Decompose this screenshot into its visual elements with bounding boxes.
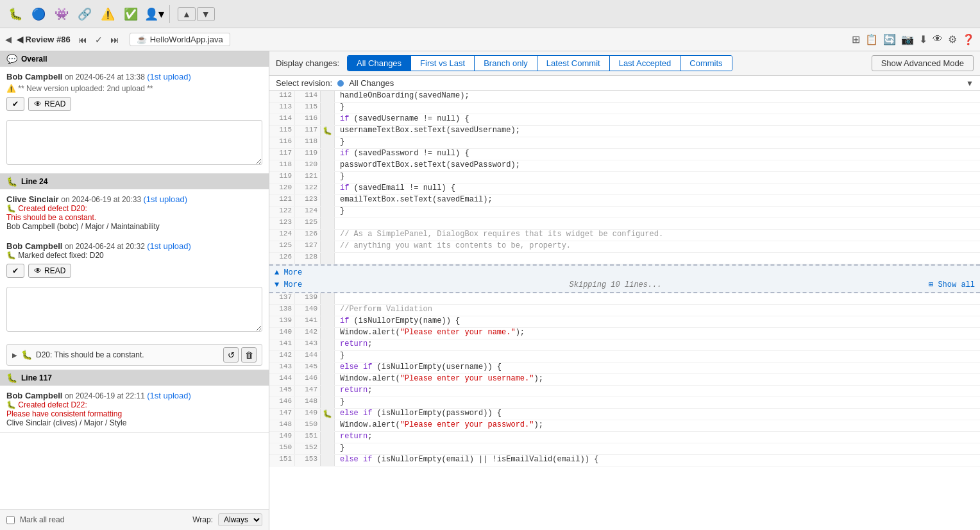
header-action-icons: ⊞ 📋 🔄 📷 ⬇ 👁 ⚙ ❓	[852, 33, 975, 46]
line-num-new: 150	[295, 420, 321, 431]
defect-item-delete-btn[interactable]: 🗑	[241, 347, 257, 363]
link-icon[interactable]: 🔗	[74, 4, 95, 24]
revision-label: Select revision:	[276, 78, 332, 88]
tab-last-accepted[interactable]: Last Accepted	[610, 56, 681, 71]
camera-icon[interactable]: 📷	[901, 33, 914, 46]
code-row-115-117: 115 117 🐛 usernameTextBox.setText(savedU…	[269, 126, 980, 137]
line-num-old: 118	[269, 160, 295, 171]
line-num-old: 143	[269, 363, 295, 373]
skip-up-button[interactable]: ▲ More	[275, 268, 302, 277]
overall-text-area[interactable]	[6, 120, 262, 165]
warning-icon[interactable]: ⚠️	[97, 4, 118, 24]
check-icon[interactable]: ✅	[121, 4, 141, 24]
line24-upload-link2[interactable]: (1st upload)	[147, 241, 191, 251]
line24-timestamp1: on 2024-06-19 at 20:33	[61, 195, 143, 204]
defect-item-chevron: ▶	[12, 352, 17, 359]
mark-all-read-label[interactable]: Mark all read	[20, 515, 64, 524]
line-num-old: 115	[269, 126, 295, 137]
gutter	[321, 137, 335, 148]
settings-icon[interactable]: ⚙	[948, 33, 957, 46]
sidebar-line24-section: 🐛 Line 24 Clive Sinclair on 2024-06-19 a…	[0, 174, 269, 370]
skip-up-row: ▲ More	[269, 267, 980, 278]
overall-user-line: Bob Campbell on 2024-06-24 at 13:38 (1st…	[6, 72, 262, 81]
skip-down-button[interactable]: ▼ More	[275, 280, 302, 289]
overall-read-btn[interactable]: 👁 READ	[28, 97, 71, 111]
help-icon[interactable]: ❓	[962, 33, 975, 46]
line24-checkmark-btn[interactable]: ✔	[6, 264, 24, 278]
nav-down-button[interactable]: ▼	[197, 7, 215, 21]
circle-icon[interactable]: 🔵	[28, 4, 49, 24]
line-code: }	[335, 351, 980, 362]
code-row-145-147: 145 147 return;	[269, 386, 980, 397]
tab-commits[interactable]: Commits	[680, 56, 731, 71]
comment-icon-149[interactable]: 🐛	[323, 409, 332, 419]
tab-latest-commit[interactable]: Latest Commit	[537, 56, 610, 71]
line-num-new: 116	[295, 114, 321, 125]
line24-text-area[interactable]	[6, 287, 262, 332]
split-view-icon[interactable]: ⊞	[852, 33, 860, 46]
line-num-new: 146	[295, 374, 321, 385]
separator	[169, 5, 170, 23]
wrap-select[interactable]: Always Never Auto	[218, 513, 262, 526]
gutter[interactable]: 🐛	[321, 409, 335, 420]
line-code: //Perform Validation	[335, 305, 980, 316]
sidebar-overall-section: 💬 Overall Bob Campbell on 2024-06-24 at …	[0, 51, 269, 174]
display-changes-bar: Display changes: All Changes First vs La…	[269, 51, 980, 76]
nav-up-button[interactable]: ▲	[178, 7, 196, 21]
show-advanced-button[interactable]: Show Advanced Mode	[872, 55, 974, 71]
defect-bug-icon2: 🐛	[6, 400, 16, 409]
select-revision-bar: Select revision: All Changes ▼	[269, 76, 980, 91]
review-title[interactable]: ◀ Review #86	[17, 35, 71, 44]
overall-checkmark-btn[interactable]: ✔	[6, 97, 24, 111]
line-code: // anything you want its contents to be,…	[335, 241, 980, 252]
line117-upload-link1[interactable]: (1st upload)	[147, 391, 191, 400]
line-num-old: 124	[269, 230, 295, 241]
robot-icon[interactable]: 👾	[51, 4, 72, 24]
gutter[interactable]: 🐛	[321, 126, 335, 137]
line-num-old: 114	[269, 114, 295, 125]
skip-section: ▲ More ▼ More Skipping 10 lines... ⊞ Sho…	[269, 264, 980, 293]
line24-read-btn[interactable]: 👁 READ	[28, 264, 71, 278]
line-num-new: 117	[295, 126, 321, 137]
line-code: Window.alert("Please enter your name.");	[335, 328, 980, 339]
layout-icon[interactable]: 📋	[865, 33, 878, 46]
line117-user1: Bob Campbell	[6, 391, 62, 400]
line24-upload-link1[interactable]: (1st upload)	[143, 194, 187, 204]
defect-item-refresh-btn[interactable]: ↺	[223, 347, 239, 363]
tab-all-changes[interactable]: All Changes	[348, 56, 411, 71]
file-tab[interactable]: ☕ HelloWorldApp.java	[130, 33, 230, 46]
eye-small-icon2: 👁	[34, 266, 42, 275]
bug-icon[interactable]: 🐛	[5, 4, 26, 24]
revision-select-value[interactable]: All Changes	[337, 78, 961, 88]
gutter	[321, 305, 335, 316]
user-icon[interactable]: 👤▾	[144, 4, 164, 24]
line-code	[335, 218, 980, 229]
comment-icon-117[interactable]: 🐛	[323, 126, 332, 136]
overall-comment: Bob Campbell on 2024-06-24 at 13:38 (1st…	[0, 67, 269, 116]
revision-dropdown-arrow[interactable]: ▼	[966, 79, 974, 88]
overall-upload-link[interactable]: (1st upload)	[147, 72, 191, 81]
review-nav-first[interactable]: ⏮	[76, 33, 90, 46]
review-nav-check[interactable]: ✓	[92, 33, 105, 46]
defect-item-d20-header[interactable]: ▶ 🐛 D20: This should be a constant. ↺ 🗑	[7, 345, 262, 365]
show-all-button[interactable]: ⊞ Show all	[929, 280, 975, 289]
review-nav-last[interactable]: ⏭	[108, 33, 122, 46]
eye-icon[interactable]: 👁	[933, 33, 943, 46]
code-row-147-149: 147 149 🐛 else if (isNullorEmpty(passwor…	[269, 409, 980, 420]
line24-user2-line: Bob Campbell on 2024-06-24 at 20:32 (1st…	[6, 241, 262, 251]
tab-branch-only[interactable]: Branch only	[475, 56, 537, 71]
line-num-old: 149	[269, 432, 295, 443]
wrap-label: Wrap:	[192, 515, 213, 524]
line-code: usernameTextBox.setText(savedUsername);	[335, 126, 980, 137]
review-header: ◀ ◀ Review #86 ⏮ ✓ ⏭ ☕ HelloWorldApp.jav…	[0, 28, 980, 51]
sync-icon[interactable]: 🔄	[883, 33, 896, 46]
mark-all-read-checkbox[interactable]	[6, 516, 15, 524]
back-button[interactable]: ◀	[5, 35, 12, 44]
defect-item-bug-icon: 🐛	[21, 350, 32, 360]
line-code: }	[335, 443, 980, 454]
line-num-old: 148	[269, 420, 295, 431]
download-icon[interactable]: ⬇	[919, 33, 927, 46]
gutter	[321, 293, 335, 304]
file-name: HelloWorldApp.java	[150, 35, 223, 44]
tab-first-vs-last[interactable]: First vs Last	[411, 56, 475, 71]
